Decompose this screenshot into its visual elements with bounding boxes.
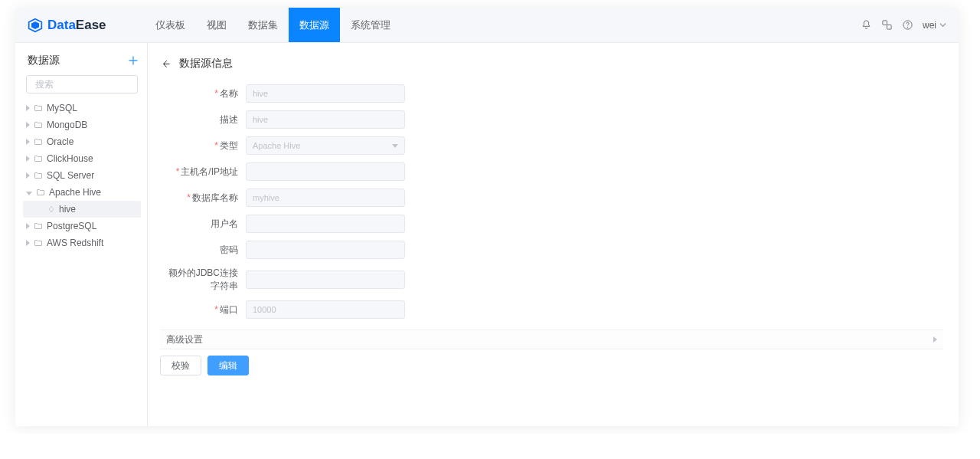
tree-item-oracle[interactable]: Oracle	[23, 133, 141, 150]
tree-item-clickhouse[interactable]: ClickHouse	[23, 150, 141, 167]
page-title: 数据源信息	[179, 57, 233, 70]
search-input[interactable]	[35, 79, 150, 90]
notification-icon[interactable]	[861, 19, 872, 31]
nav-item-datasource[interactable]: 数据源	[289, 8, 340, 42]
caret-icon	[26, 240, 30, 246]
tree-label: AWS Redshift	[47, 238, 103, 248]
nav-item-view[interactable]: 视图	[196, 8, 237, 42]
app-shell: DataEase 仪表板 视图 数据集 数据源 系统管理 wei 数据源	[15, 8, 959, 426]
folder-icon	[34, 171, 43, 180]
username: wei	[923, 20, 936, 31]
caret-icon	[26, 156, 30, 162]
tree-item-redshift[interactable]: AWS Redshift	[23, 234, 141, 251]
back-icon[interactable]	[160, 58, 172, 70]
tree-item-sqlserver[interactable]: SQL Server	[23, 167, 141, 184]
field-desc-label: 描述	[160, 113, 246, 126]
field-user-row: 用户名	[160, 215, 405, 233]
field-name-label: *名称	[160, 87, 246, 100]
sidebar: 数据源 MySQL MongoDB Oracle ClickHouse SQL …	[15, 43, 148, 426]
field-type-select[interactable]: Apache Hive	[246, 136, 405, 155]
folder-icon	[34, 221, 43, 231]
main-header: 数据源信息	[160, 57, 943, 70]
tree-item-postgresql[interactable]: PostgreSQL	[23, 218, 141, 234]
nav-item-dashboard[interactable]: 仪表板	[145, 8, 196, 42]
field-host-row: *主机名/IP地址	[160, 162, 405, 181]
tree-item-apachehive[interactable]: Apache Hive	[23, 184, 141, 201]
field-name-row: *名称 hive	[160, 84, 405, 103]
caret-down-icon	[26, 192, 32, 195]
topbar-right: wei	[861, 19, 946, 31]
topbar: DataEase 仪表板 视图 数据集 数据源 系统管理 wei	[15, 8, 959, 43]
language-icon[interactable]	[881, 19, 893, 31]
svg-rect-2	[883, 21, 887, 25]
advanced-label: 高级设置	[166, 333, 203, 346]
tree-label: Apache Hive	[49, 187, 101, 198]
svg-rect-3	[887, 25, 891, 30]
folder-icon	[36, 188, 45, 197]
tree-label: ClickHouse	[47, 153, 93, 164]
nav-item-dataset[interactable]: 数据集	[237, 8, 289, 42]
field-type-row: *类型 Apache Hive	[160, 136, 405, 155]
sidebar-search[interactable]	[26, 75, 138, 93]
datasource-icon: ♢	[47, 205, 55, 215]
field-user-label: 用户名	[160, 218, 246, 231]
chevron-right-icon	[933, 336, 937, 343]
caret-icon	[26, 139, 30, 145]
form-actions: 校验 编辑	[160, 356, 943, 375]
caret-icon	[26, 105, 30, 111]
sidebar-title: 数据源	[28, 54, 60, 67]
field-jdbc-label: 额外的JDBC连接字符串	[160, 267, 246, 293]
field-jdbc-row: 额外的JDBC连接字符串	[160, 267, 405, 293]
caret-icon	[26, 172, 30, 179]
field-pass-label: 密码	[160, 244, 246, 257]
help-icon[interactable]	[902, 19, 913, 31]
validate-button[interactable]: 校验	[160, 356, 201, 375]
tree-item-mongodb[interactable]: MongoDB	[23, 116, 141, 133]
logo-text-1: Data	[47, 18, 76, 33]
add-datasource-icon[interactable]	[129, 56, 138, 65]
field-desc-input[interactable]: hive	[246, 110, 405, 129]
logo-text-2: Ease	[76, 18, 106, 33]
logo[interactable]: DataEase	[28, 18, 106, 33]
field-pass-row: 密码	[160, 241, 405, 259]
svg-point-5	[907, 27, 908, 28]
body: 数据源 MySQL MongoDB Oracle ClickHouse SQL …	[15, 43, 959, 426]
folder-icon	[34, 103, 43, 113]
logo-icon	[28, 18, 43, 33]
field-host-label: *主机名/IP地址	[160, 166, 246, 179]
field-dbname-input[interactable]: myhive	[246, 189, 405, 207]
tree-label: SQL Server	[47, 170, 94, 181]
caret-icon	[26, 223, 30, 229]
user-menu[interactable]: wei	[923, 20, 946, 31]
advanced-settings-toggle[interactable]: 高级设置	[160, 329, 943, 349]
tree-label: PostgreSQL	[47, 221, 96, 231]
field-port-input[interactable]: 10000	[246, 300, 405, 319]
field-name-input[interactable]: hive	[246, 84, 405, 103]
edit-button[interactable]: 编辑	[207, 356, 249, 375]
field-user-input[interactable]	[246, 215, 405, 233]
main-content: 数据源信息 *名称 hive 描述 hive *类型 Apache Hive *…	[148, 43, 959, 426]
tree-item-hive[interactable]: ♢hive	[23, 201, 141, 218]
field-desc-row: 描述 hive	[160, 110, 405, 129]
tree-item-mysql[interactable]: MySQL	[23, 100, 141, 116]
tree-label: Oracle	[47, 136, 74, 147]
chevron-down-icon	[939, 21, 946, 28]
top-nav: 仪表板 视图 数据集 数据源 系统管理	[145, 8, 401, 42]
datasource-tree: MySQL MongoDB Oracle ClickHouse SQL Serv…	[23, 100, 141, 251]
svg-marker-1	[31, 21, 39, 29]
caret-icon	[26, 122, 30, 128]
sidebar-header: 数据源	[23, 54, 141, 75]
tree-label: MySQL	[47, 103, 77, 113]
tree-label: MongoDB	[47, 120, 87, 130]
field-dbname-label: *数据库名称	[160, 192, 246, 205]
field-port-label: *端口	[160, 303, 246, 316]
field-dbname-row: *数据库名称 myhive	[160, 189, 405, 207]
field-host-input[interactable]	[246, 162, 405, 181]
field-pass-input[interactable]	[246, 241, 405, 259]
folder-icon	[34, 120, 43, 130]
nav-item-system[interactable]: 系统管理	[340, 8, 401, 42]
chevron-down-icon	[392, 144, 398, 148]
field-jdbc-input[interactable]	[246, 270, 405, 289]
folder-icon	[34, 137, 43, 146]
tree-label: hive	[59, 204, 76, 215]
